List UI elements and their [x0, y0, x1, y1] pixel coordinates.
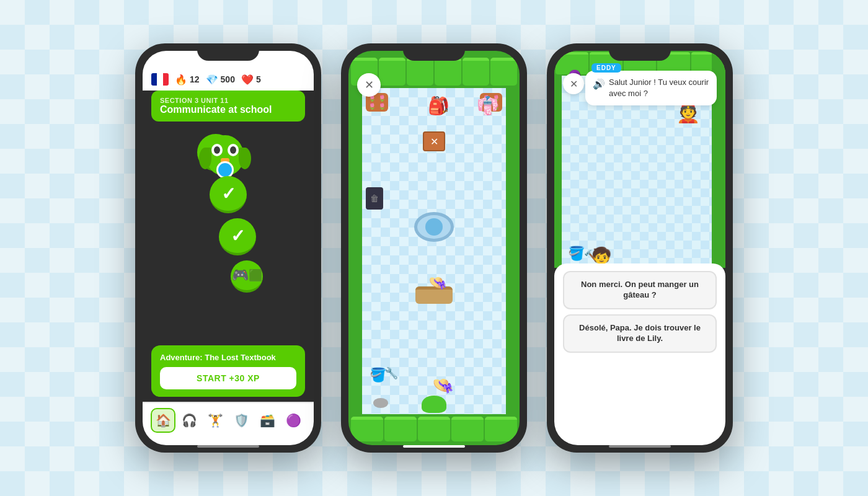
character-tag: EDDY: [591, 63, 621, 73]
reply-option-2[interactable]: Désolé, Papa. Je dois trouver le livre d…: [563, 314, 717, 353]
bush-object: [422, 396, 446, 413]
speech-text: 🔊 Salut Junior ! Tu veux courir avec moi…: [593, 77, 709, 99]
character-purple-bench: 👒: [428, 274, 447, 291]
phone-1: 🔥 12 💎 500 ❤️ 5 SECTION 3 UNIT 11 Commun…: [135, 43, 321, 453]
bottom-nav: 🏠 🎧 🏋️ 🛡️ 🗃️ 🟣: [143, 402, 314, 445]
nav-league-icon[interactable]: 🛡️: [229, 408, 254, 433]
speech-content: Salut Junior ! Tu veux courir avec moi ?: [609, 77, 709, 99]
node-row-4: 🎮: [161, 260, 314, 293]
node-row-1: [143, 134, 301, 171]
start-adventure-button[interactable]: START +30 XP: [160, 367, 296, 389]
dialog-bucket: 🪣: [568, 246, 585, 262]
nav-chest-icon[interactable]: 🗃️: [255, 408, 280, 433]
character-pink: 👘: [477, 95, 498, 116]
heart-icon: ❤️: [241, 74, 254, 86]
phone-2: ✕: [341, 43, 527, 453]
trash-bin: 🗑: [366, 187, 383, 210]
fire-count: 12: [190, 74, 200, 84]
close-game-button[interactable]: ✕: [357, 73, 381, 97]
bucket-object: 🪣: [370, 367, 386, 383]
shovel-object: 🔧: [384, 366, 398, 380]
node-row-3: [152, 218, 314, 255]
nav-listen-icon[interactable]: 🎧: [177, 408, 202, 433]
home-bar-3: [609, 445, 671, 448]
lesson-node-3[interactable]: [219, 218, 256, 255]
nav-practice-icon[interactable]: 🏋️: [203, 408, 228, 433]
lesson-node-4-game[interactable]: 🎮: [231, 260, 263, 293]
nav-more-icon[interactable]: 🟣: [281, 408, 306, 433]
notch-1: [197, 43, 259, 61]
node-row-2: [143, 176, 314, 213]
speaker-icon[interactable]: 🔊: [593, 78, 605, 91]
adventure-title: Adventure: The Lost Textbook: [160, 353, 296, 362]
adventure-card: Adventure: The Lost Textbook START +30 X…: [151, 345, 305, 397]
lesson-path: 🎮: [143, 128, 314, 345]
notch-2: [403, 43, 465, 61]
section-banner: SECTION 3 UNIT 11 Communicate at school: [151, 91, 305, 122]
speech-bubble-container: EDDY 🔊 Salut Junior ! Tu veux courir ave…: [585, 71, 717, 105]
home-bar-1: [197, 445, 259, 448]
reply-option-1[interactable]: Non merci. On peut manger un gâteau ?: [563, 271, 717, 309]
crate-object: ✕: [423, 131, 445, 151]
character-backpack: 🎒: [428, 95, 450, 116]
nav-home-icon[interactable]: 🏠: [151, 408, 175, 433]
phone-3: 🧕 👲 🪣 🔨 🧒 ✕ EDDY 🔊 Salut Junior ! Tu: [547, 43, 733, 453]
gem-icon: 💎: [206, 74, 218, 86]
character-red: 👒: [432, 375, 454, 396]
close-dialog-button[interactable]: ✕: [563, 73, 584, 94]
home-bar-2: [403, 445, 465, 448]
game-screen: ✕: [348, 51, 520, 445]
section-label: SECTION 3 UNIT 11: [160, 97, 296, 104]
fountain: [414, 212, 454, 242]
lesson-node-2[interactable]: [210, 176, 247, 213]
duolingo-owl: [203, 129, 247, 172]
hearts-count: 5: [256, 74, 261, 84]
hearts-stat: ❤️ 5: [241, 74, 261, 86]
speech-bubble: EDDY 🔊 Salut Junior ! Tu veux courir ave…: [585, 71, 717, 105]
gems-stat: 💎 500: [206, 74, 235, 86]
rock-object: [373, 398, 388, 408]
dialog-screen: 🧕 👲 🪣 🔨 🧒 ✕ EDDY 🔊 Salut Junior ! Tu: [554, 51, 725, 445]
notch-3: [609, 43, 671, 61]
reply-panel: Non merci. On peut manger un gâteau ? Dé…: [554, 264, 725, 445]
fire-stat: 🔥 12: [175, 74, 200, 86]
dialog-char-orange: 🧒: [591, 246, 611, 265]
french-flag-icon: [151, 73, 169, 86]
gems-count: 500: [221, 74, 235, 84]
fire-icon: 🔥: [175, 74, 187, 86]
section-title: Communicate at school: [160, 104, 296, 115]
